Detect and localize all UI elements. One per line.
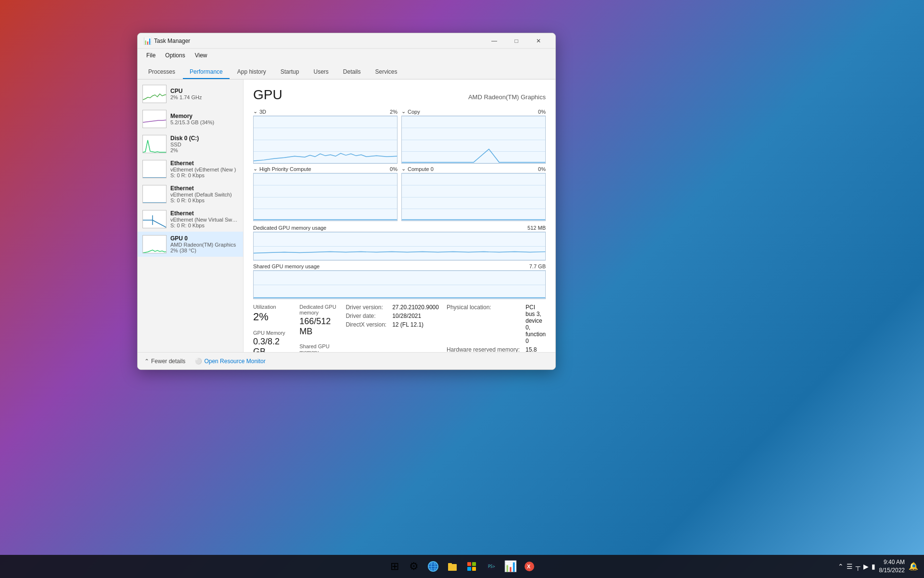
gpu0-pct: 2% (38 °C) <box>170 248 238 253</box>
network-icon[interactable]: ☰ <box>847 563 853 570</box>
tab-performance[interactable]: Performance <box>183 66 230 79</box>
fewer-details-button[interactable]: ⌃ Fewer details <box>144 358 185 365</box>
shared-mem-label-row: Shared GPU memory usage 7.7 GB <box>253 263 546 269</box>
chart-compute0-svg <box>402 173 545 221</box>
app-icon: 📊 <box>143 37 151 45</box>
main-content: CPU 2% 1.74 GHz Memory 5.2/15.3 GB (34%) <box>138 79 555 352</box>
menu-options[interactable]: Options <box>160 50 190 61</box>
svg-rect-10 <box>467 562 471 566</box>
footer: ⌃ Fewer details ⚪ Open Resource Monitor <box>138 352 555 369</box>
svg-rect-9 <box>448 563 452 565</box>
wifi-icon[interactable]: ┬ <box>856 563 860 570</box>
stats-area: Utilization 2% GPU Memory 0.3/8.2 GB Ded… <box>253 304 546 352</box>
maximize-button[interactable]: □ <box>505 33 527 49</box>
memory-info: Memory 5.2/15.3 GB (34%) <box>170 113 238 125</box>
open-resource-monitor-label: Open Resource Monitor <box>204 358 265 365</box>
titlebar: 📊 Task Manager — □ ✕ <box>138 33 555 49</box>
terminal-icon-taskbar[interactable]: PS> <box>482 558 500 575</box>
sidebar-item-memory[interactable]: Memory 5.2/15.3 GB (34%) <box>138 106 243 131</box>
ethernet2-info: Ethernet vEthernet (Default Switch) S: 0… <box>170 185 238 203</box>
chart-compute0-label: Compute 0 <box>408 166 434 172</box>
chart-hpc-collapse[interactable]: ⌄ High Priority Compute <box>253 166 311 172</box>
files-icon-taskbar[interactable] <box>444 558 461 575</box>
chart-compute0-box <box>401 173 546 221</box>
memory-thumb <box>142 110 167 128</box>
ethernet2-sub1: vEthernet (Default Switch) <box>170 192 238 197</box>
sidebar-item-disk[interactable]: Disk 0 (C:) SSD 2% <box>138 131 243 157</box>
ethernet2-thumb <box>142 185 167 203</box>
open-resource-monitor-link[interactable]: ⚪ Open Resource Monitor <box>195 358 265 365</box>
chevron-copy-icon: ⌄ <box>401 108 406 115</box>
ethernet1-name: Ethernet <box>170 160 238 167</box>
ethernet1-pct: S: 0 R: 0 Kbps <box>170 172 238 178</box>
shared-mem-label: Shared GPU memory usage <box>253 263 320 269</box>
tab-processes[interactable]: Processes <box>141 66 182 79</box>
ethernet1-thumb <box>142 160 167 178</box>
tab-startup[interactable]: Startup <box>274 66 306 79</box>
menu-file[interactable]: File <box>141 50 160 61</box>
tab-users[interactable]: Users <box>307 66 335 79</box>
battery-icon[interactable]: ▮ <box>872 563 875 570</box>
window-title: Task Manager <box>154 38 483 44</box>
sidebar-item-gpu0[interactable]: GPU 0 AMD Radeon(TM) Graphics 2% (38 °C) <box>138 232 243 257</box>
svg-rect-8 <box>448 564 457 571</box>
cpu-sub: 2% 1.74 GHz <box>170 94 238 100</box>
stats-col3: Driver version: 27.20.21020.9000 Driver … <box>346 304 438 352</box>
taskmanager-icon-taskbar[interactable]: 📊 <box>501 558 519 575</box>
notification-button[interactable]: 🔔 <box>909 562 918 571</box>
taskbar: ⊞ ⚙ <box>0 555 924 578</box>
menu-view[interactable]: View <box>190 50 212 61</box>
sys-icons: ⌃ ☰ ┬ ▶ ▮ <box>838 563 875 570</box>
tab-details[interactable]: Details <box>336 66 368 79</box>
disk-info: Disk 0 (C:) SSD 2% <box>170 135 238 153</box>
xicon-taskbar[interactable]: X <box>521 558 538 575</box>
store-icon-taskbar[interactable] <box>463 558 480 575</box>
physical-val: PCI bus 3, device 0, function 0 <box>526 304 546 344</box>
chart-compute0-label-row: ⌄ Compute 0 0% <box>401 166 546 172</box>
taskbar-right: ⌃ ☰ ┬ ▶ ▮ 9:40 AM 8/15/2022 🔔 <box>838 558 918 575</box>
svg-rect-11 <box>472 562 476 566</box>
start-button[interactable]: ⊞ <box>386 558 403 575</box>
chevron-up-icon[interactable]: ⌃ <box>838 563 844 570</box>
browser-icon-taskbar[interactable] <box>424 558 442 575</box>
dedicated-mem-svg <box>254 232 545 260</box>
chart-hpc-label-row: ⌄ High Priority Compute 0% <box>253 166 398 172</box>
sidebar-item-cpu[interactable]: CPU 2% 1.74 GHz <box>138 81 243 106</box>
taskbar-clock[interactable]: 9:40 AM 8/15/2022 <box>879 558 905 575</box>
chevron-compute0-icon: ⌄ <box>401 166 406 172</box>
shared-mem-svg <box>254 271 545 299</box>
gpu0-info: GPU 0 AMD Radeon(TM) Graphics 2% (38 °C) <box>170 235 238 253</box>
tab-services[interactable]: Services <box>369 66 404 79</box>
settings-icon-taskbar[interactable]: ⚙ <box>405 558 423 575</box>
notification-dot <box>912 565 915 567</box>
chart-hpc-section: ⌄ High Priority Compute 0% <box>253 166 398 221</box>
dedicated-mem-stat-label: Dedicated GPU memory <box>299 304 338 315</box>
minimize-button[interactable]: — <box>483 33 505 49</box>
chart-copy-collapse[interactable]: ⌄ Copy <box>401 108 420 115</box>
sidebar-item-ethernet3[interactable]: Ethernet vEthernet (New Virtual Switc...… <box>138 207 243 232</box>
fewer-details-label: Fewer details <box>151 358 185 365</box>
sidebar-item-ethernet1[interactable]: Ethernet vEthernet (vEthernet (New ) S: … <box>138 157 243 182</box>
gpu-header: GPU AMD Radeon(TM) Graphics <box>253 87 546 103</box>
ethernet2-name: Ethernet <box>170 185 238 192</box>
hw-reserved-val: 15.8 MB <box>526 346 546 352</box>
sidebar-item-ethernet2[interactable]: Ethernet vEthernet (Default Switch) S: 0… <box>138 182 243 207</box>
gpu-title: GPU <box>253 87 282 103</box>
directx-val: 12 (FL 12.1) <box>392 321 439 328</box>
tab-app-history[interactable]: App history <box>231 66 273 79</box>
volume-icon[interactable]: ▶ <box>863 563 869 570</box>
chart-copy-section: ⌄ Copy 0% <box>401 108 546 164</box>
info-grid-left: Driver version: 27.20.21020.9000 Driver … <box>346 304 438 328</box>
driver-date-key: Driver date: <box>346 313 386 319</box>
shared-mem-stat: Shared GPU memory 0.1/7.7 GB <box>299 343 338 352</box>
chart-copy-svg <box>402 116 545 163</box>
close-button[interactable]: ✕ <box>527 33 550 49</box>
chart-compute0-collapse[interactable]: ⌄ Compute 0 <box>401 166 434 172</box>
resource-monitor-icon: ⚪ <box>195 358 202 365</box>
chart-3d-collapse[interactable]: ⌄ 3D <box>253 108 266 115</box>
memory-sub: 5.2/15.3 GB (34%) <box>170 119 238 125</box>
info-grid-right: Physical location: PCI bus 3, device 0, … <box>447 304 546 352</box>
chart-hpc-label: High Priority Compute <box>259 166 311 172</box>
shared-mem-section: Shared GPU memory usage 7.7 GB <box>253 263 546 299</box>
chart-hpc-box <box>253 173 398 221</box>
